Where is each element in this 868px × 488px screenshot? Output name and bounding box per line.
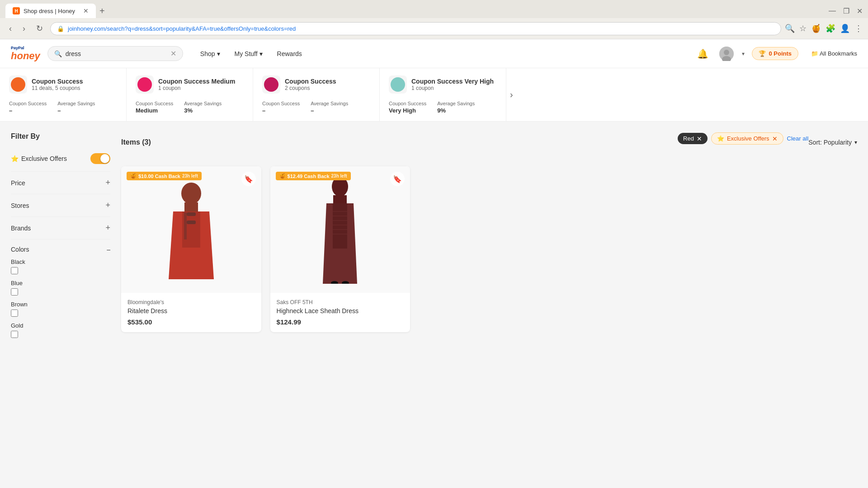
- product-card-0[interactable]: 🍯 $10.00 Cash Back 23h left 🔖 Bloomingda…: [121, 166, 261, 332]
- bookmark-button-1[interactable]: 🔖: [390, 172, 405, 186]
- avg-savings-value-3: 9%: [437, 107, 475, 114]
- maximize-button[interactable]: ❐: [843, 7, 849, 15]
- shop-nav-button[interactable]: Shop ▾: [194, 47, 226, 61]
- coupon-logo-3: [389, 75, 407, 94]
- svg-point-1: [724, 50, 729, 55]
- product-name-0: Ritalete Dress: [127, 307, 255, 314]
- forward-button[interactable]: ›: [19, 22, 29, 35]
- product-price-0: $535.00: [127, 318, 255, 326]
- product-card-1[interactable]: 🍯 $12.49 Cash Back 23h left 🔖 Saks OFF 5…: [270, 166, 410, 332]
- color-label-brown: Brown: [11, 301, 110, 308]
- items-count: Items (3): [121, 138, 151, 146]
- filter-title: Filter By: [11, 132, 110, 141]
- price-filter-header[interactable]: Price +: [11, 178, 110, 188]
- reload-button[interactable]: ↻: [33, 22, 47, 35]
- extensions-icon[interactable]: 🧩: [826, 23, 835, 33]
- points-button[interactable]: 🏆 0 Points: [752, 47, 798, 60]
- color-item-black: Black: [11, 258, 110, 274]
- avatar[interactable]: [719, 47, 734, 61]
- coupon-success-label-3: Coupon Success: [389, 101, 426, 106]
- honey-badge-icon-1: 🍯: [279, 173, 286, 179]
- bookmark-button-0[interactable]: 🔖: [241, 172, 256, 186]
- filter-tag-exclusive-offers[interactable]: ⭐ Exclusive Offers ✕: [711, 132, 783, 145]
- browser-toolbar: ‹ › ↻ 🔒 joinhoney.com/search?q=dress&sor…: [0, 18, 868, 39]
- color-checkbox-gold[interactable]: [11, 331, 18, 338]
- rewards-nav-button[interactable]: Rewards: [271, 47, 308, 61]
- price-expand-icon: +: [105, 178, 110, 188]
- my-stuff-nav-button[interactable]: My Stuff ▾: [228, 47, 269, 61]
- search-icon: 🔍: [54, 50, 62, 57]
- avg-savings-label-0: Average Savings: [57, 101, 95, 106]
- new-tab-button[interactable]: +: [96, 4, 108, 18]
- profile-icon[interactable]: 👤: [840, 23, 850, 33]
- shop-label: Shop: [200, 50, 215, 57]
- stores-filter-title: Stores: [11, 202, 29, 209]
- search-clear-button[interactable]: ✕: [170, 49, 176, 58]
- colors-collapse-icon: –: [107, 246, 110, 253]
- color-checkbox-black[interactable]: [11, 267, 18, 274]
- coupon-row-next-arrow[interactable]: ›: [506, 68, 517, 121]
- coupon-card-2[interactable]: Coupon Success 2 coupons Coupon Success …: [253, 68, 380, 121]
- coupon-logo-2: [262, 75, 280, 94]
- bookmarks-icon[interactable]: 📁 All Bookmarks: [811, 50, 857, 57]
- bookmark-star-icon[interactable]: ☆: [799, 23, 807, 33]
- search-bar[interactable]: 🔍 ✕: [47, 46, 183, 61]
- exclusive-offers-row: ⭐ Exclusive Offers: [11, 150, 110, 168]
- coupon-deals-3: 1 coupon: [411, 85, 497, 91]
- honey-logo[interactable]: PayPal honey: [11, 46, 40, 62]
- product-name-1: Highneck Lace Sheath Dress: [277, 307, 404, 314]
- price-filter-title: Price: [11, 179, 25, 187]
- search-input[interactable]: [66, 50, 167, 57]
- clear-all-button[interactable]: Clear all: [787, 135, 809, 142]
- coupon-success-label-1: Coupon Success: [136, 101, 173, 106]
- tab-title: Shop dress | Honey: [24, 8, 75, 14]
- filter-tag-exclusive-remove[interactable]: ✕: [772, 136, 778, 142]
- tab-close-button[interactable]: ✕: [83, 7, 89, 14]
- notifications-bell-icon[interactable]: 🔔: [697, 48, 708, 59]
- minimize-button[interactable]: —: [829, 7, 836, 15]
- sort-dropdown[interactable]: Sort: Popularity ▾: [808, 139, 857, 146]
- menu-icon[interactable]: ⋮: [854, 23, 863, 33]
- cash-back-badge-0: 🍯 $10.00 Cash Back 23h left: [127, 172, 202, 180]
- main-content: Filter By ⭐ Exclusive Offers Price + Sto…: [0, 122, 868, 393]
- svg-rect-8: [187, 212, 196, 216]
- coupon-card-0[interactable]: Coupon Success 11 deals, 5 coupons Coupo…: [0, 68, 127, 121]
- back-button[interactable]: ‹: [5, 22, 15, 35]
- close-window-button[interactable]: ✕: [857, 7, 863, 15]
- color-checkbox-blue[interactable]: [11, 288, 18, 296]
- stores-filter-header[interactable]: Stores +: [11, 201, 110, 210]
- honey-extension-icon[interactable]: 🍯: [811, 23, 821, 33]
- search-icon[interactable]: 🔍: [785, 23, 795, 33]
- paypal-label: PayPal: [11, 46, 24, 50]
- product-price-1: $124.99: [277, 318, 404, 326]
- active-tab[interactable]: H Shop dress | Honey ✕: [5, 4, 96, 18]
- coupon-success-value-3: Very High: [389, 107, 426, 114]
- shop-chevron-icon: ▾: [217, 50, 220, 57]
- cash-back-badge-1: 🍯 $12.49 Cash Back 23h left: [276, 172, 351, 180]
- filter-tag-red[interactable]: Red ✕: [678, 133, 708, 144]
- product-image-0: 🍯 $10.00 Cash Back 23h left 🔖: [121, 166, 261, 293]
- sidebar: Filter By ⭐ Exclusive Offers Price + Sto…: [11, 132, 110, 382]
- dress-svg-0: [160, 180, 223, 279]
- coupon-card-1[interactable]: Coupon Success Medium 1 coupon Coupon Su…: [127, 68, 253, 121]
- color-checkbox-brown[interactable]: [11, 310, 18, 317]
- svg-rect-4: [184, 202, 198, 211]
- coupon-success-label-2: Coupon Success: [262, 101, 300, 106]
- brands-filter-header[interactable]: Brands +: [11, 223, 110, 233]
- filter-tag-red-remove[interactable]: ✕: [697, 136, 702, 142]
- coupon-card-3[interactable]: Coupon Success Very High 1 coupon Coupon…: [380, 68, 506, 121]
- brands-filter-section: Brands +: [11, 216, 110, 239]
- honey-badge-icon-0: 🍯: [130, 173, 137, 179]
- colors-filter-header[interactable]: Colors –: [11, 246, 110, 253]
- coupon-title-2: Coupon Success: [285, 78, 370, 85]
- svg-rect-7: [184, 212, 187, 239]
- active-filters: Red ✕ ⭐ Exclusive Offers ✕ Clear all: [678, 132, 808, 145]
- exclusive-offers-toggle[interactable]: [90, 153, 110, 164]
- address-bar[interactable]: 🔒 joinhoney.com/search?q=dress&sort=popu…: [50, 22, 781, 35]
- cash-back-time-1: 23h left: [331, 174, 347, 178]
- product-store-0: Bloomingdale's: [127, 299, 255, 305]
- coupon-success-value-2: –: [262, 107, 300, 114]
- avg-savings-value-1: 3%: [184, 107, 222, 114]
- exclusive-offers-text: Exclusive Offers: [21, 155, 67, 162]
- coupon-success-value-1: Medium: [136, 107, 173, 114]
